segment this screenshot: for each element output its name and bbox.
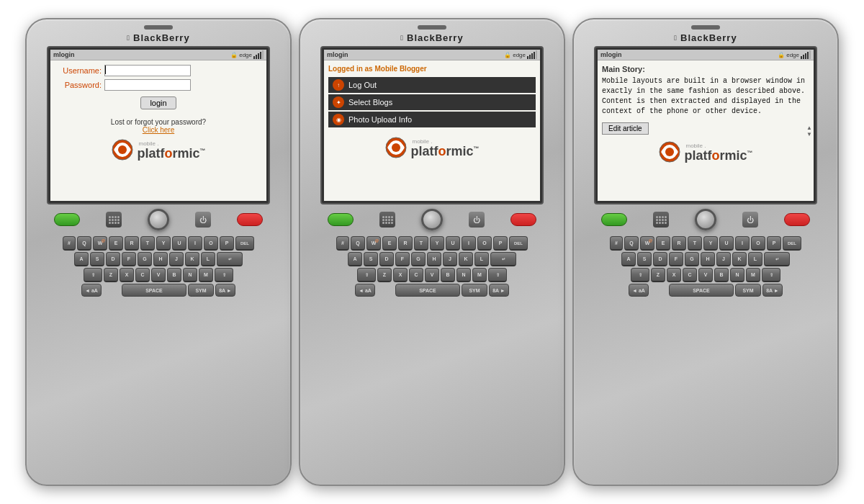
sym-key-2[interactable]: SYM xyxy=(462,284,487,297)
key-k2[interactable]: K xyxy=(459,252,473,266)
key-n[interactable]: N xyxy=(183,268,197,282)
key-v2[interactable]: V xyxy=(425,268,439,282)
key-h3[interactable]: H xyxy=(701,252,715,266)
key-l[interactable]: L xyxy=(201,252,215,266)
call-button-1[interactable] xyxy=(54,213,80,226)
key-n3[interactable]: N xyxy=(730,268,744,282)
key-j3[interactable]: J xyxy=(716,252,731,266)
key-g3[interactable]: G xyxy=(685,252,699,266)
key-i2[interactable]: I xyxy=(462,236,476,251)
key-m3[interactable]: M xyxy=(746,268,760,282)
menu-item-logout[interactable]: ↑ Log Out xyxy=(328,77,536,93)
key-h[interactable]: H xyxy=(153,252,168,266)
key-v3[interactable]: V xyxy=(698,268,713,282)
space-key-2[interactable]: SPACE xyxy=(395,284,460,297)
call-button-2[interactable] xyxy=(328,213,354,226)
key-a2[interactable]: A xyxy=(348,252,362,266)
bb-key-2[interactable] xyxy=(379,212,395,228)
key-c3[interactable]: C xyxy=(683,268,697,282)
key-l2[interactable]: L xyxy=(474,252,489,266)
key-u3[interactable]: U xyxy=(719,236,734,251)
key-t2[interactable]: T xyxy=(414,236,428,251)
menu-item-blogs[interactable]: ✦ Select Blogs xyxy=(328,94,536,110)
key-w2[interactable]: W@ xyxy=(366,236,381,251)
bb-key-1[interactable] xyxy=(106,212,122,228)
key-h2[interactable]: H xyxy=(427,252,441,266)
login-button[interactable]: login xyxy=(140,96,176,109)
key-r3[interactable]: R xyxy=(672,236,686,251)
edit-article-button[interactable]: Edit article xyxy=(602,122,649,135)
key-q2[interactable]: Q xyxy=(351,236,365,251)
key-f2[interactable]: F xyxy=(395,252,410,266)
key-o2[interactable]: O xyxy=(477,236,492,251)
key-l3[interactable]: L xyxy=(748,252,762,266)
key-a3[interactable]: A xyxy=(621,252,636,266)
key-t[interactable]: T xyxy=(140,236,155,251)
key-v[interactable]: V xyxy=(151,268,166,282)
key-lshift3[interactable]: ⇧ xyxy=(631,268,649,282)
power-key-3[interactable]: ⏻ xyxy=(742,212,758,228)
key-del3[interactable]: DEL xyxy=(783,236,801,251)
key-o[interactable]: O xyxy=(204,236,218,251)
key-del[interactable]: DEL xyxy=(235,236,254,251)
key-b2[interactable]: B xyxy=(441,268,455,282)
key-i[interactable]: I xyxy=(188,236,202,251)
key-rshift2[interactable]: ⇧ xyxy=(488,268,507,282)
key-aa2[interactable]: ◄ aA xyxy=(355,284,375,297)
key-enter2[interactable]: ↵ xyxy=(490,252,516,266)
key-del2[interactable]: DEL xyxy=(509,236,528,251)
key-x3[interactable]: X xyxy=(667,268,681,282)
key-i3[interactable]: I xyxy=(735,236,750,251)
key-j2[interactable]: J xyxy=(443,252,457,266)
end-button-1[interactable] xyxy=(237,213,263,226)
key-n2[interactable]: N xyxy=(456,268,471,282)
key-hash2[interactable]: # xyxy=(336,236,349,251)
key-lshift2[interactable]: ⇧ xyxy=(357,268,376,282)
key-f[interactable]: F xyxy=(122,252,136,266)
key-u[interactable]: U xyxy=(172,236,186,251)
menu-item-photo[interactable]: ◉ Photo Upload Info xyxy=(328,112,536,127)
sym-key-1[interactable]: SYM xyxy=(188,284,214,297)
trackball-2[interactable] xyxy=(421,209,443,230)
trackball-1[interactable] xyxy=(148,209,169,230)
key-p3[interactable]: P xyxy=(767,236,781,251)
key-e2[interactable]: E xyxy=(382,236,397,251)
key-hash[interactable]: # xyxy=(63,236,76,251)
key-enter[interactable]: ↵ xyxy=(217,252,243,266)
key-y2[interactable]: Y xyxy=(430,236,444,251)
key-r2[interactable]: R xyxy=(398,236,413,251)
key-a[interactable]: A xyxy=(74,252,89,266)
power-key-1[interactable]: ⏻ xyxy=(195,212,211,228)
key-aa[interactable]: ◄ aA xyxy=(81,284,102,297)
key-y[interactable]: Y xyxy=(156,236,171,251)
key-c[interactable]: C xyxy=(135,268,150,282)
key-z3[interactable]: Z xyxy=(651,268,665,282)
username-input[interactable] xyxy=(104,65,191,76)
key-z2[interactable]: Z xyxy=(377,268,392,282)
key-g2[interactable]: G xyxy=(411,252,426,266)
password-input[interactable] xyxy=(104,79,191,91)
key-p2[interactable]: P xyxy=(493,236,508,251)
key-k[interactable]: K xyxy=(185,252,199,266)
trackball-3[interactable] xyxy=(695,209,716,230)
end-button-3[interactable] xyxy=(784,213,810,226)
key-u2[interactable]: U xyxy=(446,236,460,251)
key-d3[interactable]: D xyxy=(653,252,667,266)
key-j[interactable]: J xyxy=(169,252,184,266)
key-aa3[interactable]: ◄ aA xyxy=(629,284,649,297)
key-s3[interactable]: S xyxy=(637,252,652,266)
key-s[interactable]: S xyxy=(90,252,104,266)
key-m[interactable]: M xyxy=(199,268,213,282)
key-z[interactable]: Z xyxy=(104,268,118,282)
key-p[interactable]: P xyxy=(220,236,234,251)
key-t3[interactable]: T xyxy=(688,236,702,251)
key-m2[interactable]: M xyxy=(472,268,487,282)
key-f3[interactable]: F xyxy=(669,252,683,266)
key-o3[interactable]: O xyxy=(751,236,765,251)
key-rshift[interactable]: ⇧ xyxy=(215,268,233,282)
bb-key-3[interactable] xyxy=(653,212,669,228)
key-hash3[interactable]: # xyxy=(610,236,623,251)
key-d2[interactable]: D xyxy=(379,252,394,266)
key-lshift[interactable]: ⇧ xyxy=(84,268,102,282)
key-e3[interactable]: E xyxy=(656,236,670,251)
